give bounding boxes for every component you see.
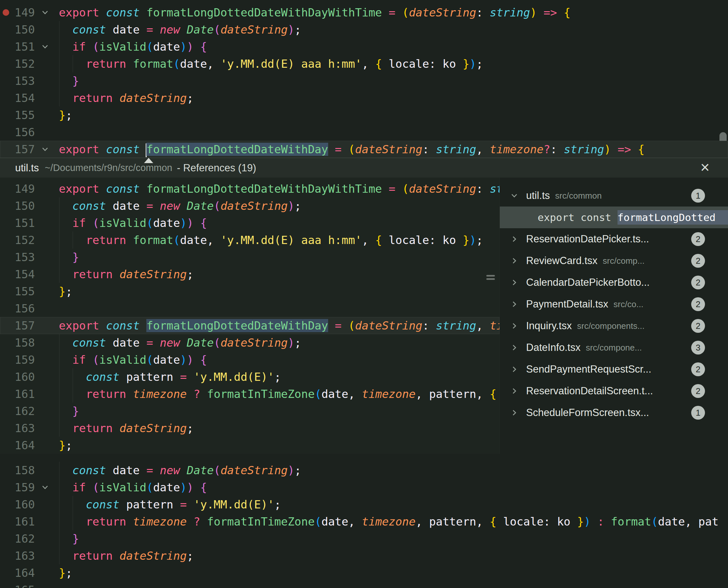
code-line-149[interactable]: 149export const formatLongDottedDateWith… — [0, 4, 728, 21]
code-text[interactable]: if (isValid(date)) { — [59, 479, 207, 496]
reference-file-row[interactable]: Inquiry.tsxsrc/components...2 — [500, 315, 728, 337]
code-text[interactable]: }; — [59, 283, 72, 300]
gutter-margin — [0, 266, 11, 283]
code-text[interactable]: const pattern = 'y.MM.dd(E)'; — [59, 496, 281, 513]
code-line-150[interactable]: 150 const date = new Date(dateString); — [0, 21, 728, 38]
code-text[interactable]: }; — [59, 437, 72, 454]
chevron-down-icon[interactable] — [507, 191, 521, 200]
code-text[interactable]: const date = new Date(dateString); — [59, 197, 301, 214]
code-text[interactable]: export const formatLongDottedDateWithDay… — [59, 317, 499, 334]
code-text[interactable]: export const formatLongDottedDateWithDay… — [59, 4, 571, 21]
reference-file-row[interactable]: CalendarDatePickerBotto...2 — [500, 272, 728, 293]
code-text[interactable]: export const formatLongDottedDateWithDay… — [59, 141, 644, 158]
chevron-right-icon[interactable] — [507, 387, 521, 395]
code-text[interactable]: return dateString; — [59, 89, 193, 107]
code-line-150[interactable]: 150 const date = new Date(dateString); — [0, 197, 499, 214]
breakpoint-gutter[interactable] — [0, 4, 11, 21]
fold-spacer — [35, 232, 55, 249]
fold-chevron-icon[interactable] — [35, 479, 55, 496]
code-line-160[interactable]: 160 const pattern = 'y.MM.dd(E)'; — [0, 496, 728, 513]
chevron-right-icon[interactable] — [507, 343, 521, 352]
code-line-157[interactable]: 157export const formatLongDottedDateWith… — [0, 317, 499, 334]
code-text[interactable]: if (isValid(date)) { — [59, 351, 207, 368]
code-text[interactable]: return timezone ? formatInTimeZone(date,… — [59, 385, 499, 402]
code-line-156[interactable]: 156 — [0, 124, 728, 141]
code-line-165[interactable]: 165 — [0, 582, 728, 588]
breakpoint-icon[interactable] — [3, 9, 9, 16]
reference-file-row[interactable]: PaymentDetail.tsxsrc/co...2 — [500, 293, 728, 315]
code-line-154[interactable]: 154 return dateString; — [0, 89, 728, 107]
code-line-157[interactable]: 157export const formatLongDottedDateWith… — [0, 141, 728, 158]
code-line-153[interactable]: 153 } — [0, 249, 499, 266]
reference-count-badge: 2 — [691, 362, 705, 376]
code-text[interactable]: return dateString; — [59, 547, 193, 564]
code-line-160[interactable]: 160 const pattern = 'y.MM.dd(E)'; — [0, 368, 499, 385]
chevron-right-icon[interactable] — [507, 322, 521, 330]
code-line-151[interactable]: 151 if (isValid(date)) { — [0, 38, 728, 55]
code-text[interactable]: if (isValid(date)) { — [59, 38, 207, 55]
code-text[interactable]: const date = new Date(dateString); — [59, 462, 301, 479]
chevron-right-icon[interactable] — [507, 408, 521, 417]
code-line-156[interactable]: 156 — [0, 300, 499, 317]
code-text[interactable]: } — [59, 530, 79, 547]
chevron-right-icon[interactable] — [507, 300, 521, 309]
chevron-right-icon[interactable] — [507, 256, 521, 265]
fold-spacer — [35, 283, 55, 300]
code-text[interactable]: return timezone ? formatInTimeZone(date,… — [59, 513, 719, 530]
code-line-163[interactable]: 163 return dateString; — [0, 547, 728, 564]
code-line-153[interactable]: 153 } — [0, 72, 728, 89]
code-line-158[interactable]: 158 const date = new Date(dateString); — [0, 334, 499, 351]
fold-chevron-icon[interactable] — [35, 141, 55, 158]
code-line-164[interactable]: 164}; — [0, 437, 499, 454]
close-icon[interactable]: × — [700, 158, 710, 178]
code-text[interactable]: return format(date, 'y.MM.dd(E) aaa h:mm… — [59, 55, 483, 72]
chevron-right-icon[interactable] — [507, 278, 521, 287]
code-line-155[interactable]: 155}; — [0, 283, 499, 300]
code-text[interactable]: return dateString; — [59, 420, 193, 437]
fold-chevron-icon[interactable] — [35, 38, 55, 55]
code-line-159[interactable]: 159 if (isValid(date)) { — [0, 479, 728, 496]
reference-file-row[interactable]: ReviewCard.tsxsrc/comp...2 — [500, 250, 728, 272]
code-line-155[interactable]: 155}; — [0, 107, 728, 124]
code-text[interactable]: } — [59, 402, 79, 420]
code-line-151[interactable]: 151 if (isValid(date)) { — [0, 214, 499, 232]
code-text[interactable]: } — [59, 72, 79, 89]
chevron-right-icon[interactable] — [507, 365, 521, 374]
reference-file-row[interactable]: util.tssrc/common1 — [500, 185, 728, 207]
code-line-161[interactable]: 161 return timezone ? formatInTimeZone(d… — [0, 385, 499, 402]
code-line-152[interactable]: 152 return format(date, 'y.MM.dd(E) aaa … — [0, 232, 499, 249]
chevron-right-icon[interactable] — [507, 235, 521, 243]
code-text[interactable]: return dateString; — [59, 266, 193, 283]
reference-file-row[interactable]: ReservationDetailScreen.t...2 — [500, 380, 728, 402]
code-line-154[interactable]: 154 return dateString; — [0, 266, 499, 283]
code-line-152[interactable]: 152 return format(date, 'y.MM.dd(E) aaa … — [0, 55, 728, 72]
gutter-margin — [0, 496, 11, 513]
code-line-158[interactable]: 158 const date = new Date(dateString); — [0, 462, 728, 479]
code-text[interactable]: }; — [59, 107, 72, 124]
code-line-163[interactable]: 163 return dateString; — [0, 420, 499, 437]
code-text[interactable]: return format(date, 'y.MM.dd(E) aaa h:mm… — [59, 232, 483, 249]
code-text[interactable]: export const formatLongDottedDateWithDay… — [59, 180, 499, 197]
reference-file-row[interactable]: ScheduleFormScreen.tsx...1 — [500, 402, 728, 424]
reference-file-row[interactable]: ReservationDatePicker.ts...2 — [500, 228, 728, 250]
reference-file-row[interactable]: DateInfo.tsxsrc/compone...3 — [500, 337, 728, 358]
code-line-164[interactable]: 164}; — [0, 564, 728, 582]
code-line-162[interactable]: 162 } — [0, 402, 499, 420]
fold-chevron-icon[interactable] — [35, 4, 55, 21]
code-line-161[interactable]: 161 return timezone ? formatInTimeZone(d… — [0, 513, 728, 530]
code-text[interactable]: }; — [59, 564, 72, 582]
reference-file-row[interactable]: SendPaymentRequestScr...2 — [500, 358, 728, 380]
fold-spacer — [35, 21, 55, 38]
code-text[interactable]: const date = new Date(dateString); — [59, 334, 301, 351]
code-text[interactable]: } — [59, 249, 79, 266]
line-number: 162 — [11, 530, 35, 547]
code-text[interactable]: const date = new Date(dateString); — [59, 21, 301, 38]
code-text[interactable]: const pattern = 'y.MM.dd(E)'; — [59, 368, 281, 385]
fold-spacer — [35, 266, 55, 283]
reference-match-row[interactable]: export const formatLongDotted — [500, 207, 728, 228]
code-line-162[interactable]: 162 } — [0, 530, 728, 547]
code-line-159[interactable]: 159 if (isValid(date)) { — [0, 351, 499, 368]
fold-spacer — [35, 197, 55, 214]
code-text[interactable]: if (isValid(date)) { — [59, 214, 207, 232]
code-line-149[interactable]: 149export const formatLongDottedDateWith… — [0, 180, 499, 197]
